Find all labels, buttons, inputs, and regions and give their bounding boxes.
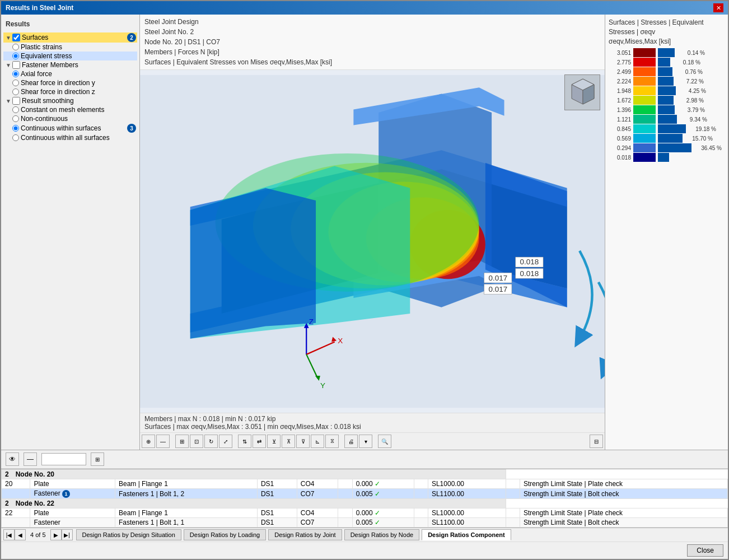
- toolbar-btn-2[interactable]: —: [156, 435, 170, 448]
- tree-item-non-continuous[interactable]: Non-continuous: [3, 114, 137, 123]
- expand-smoothing-icon[interactable]: ▼: [4, 98, 12, 104]
- close-button[interactable]: Close: [687, 544, 723, 557]
- toolbar-btn-12[interactable]: ⊾: [311, 435, 324, 448]
- plastic-strains-radio[interactable]: [12, 44, 19, 50]
- surfaces-checkbox[interactable]: [12, 34, 20, 41]
- table-row[interactable]: 22PlateBeam | Flange 1DS1CO40.000 ✓SL100…: [2, 508, 728, 518]
- tab-last-button[interactable]: ▶|: [62, 529, 73, 540]
- shear-z-radio[interactable]: [12, 88, 19, 95]
- legend-pct-10: 36.45 %: [694, 145, 722, 151]
- legend-pct-8: 19.18 %: [688, 126, 716, 132]
- legend-value-8: 0.845: [609, 126, 631, 132]
- toolbar-btn-14[interactable]: 🖨: [344, 435, 358, 448]
- table-row[interactable]: 20PlateBeam | Flange 1DS1CO40.000 ✓SL100…: [2, 479, 728, 489]
- viewport-3d[interactable]: 0.018 0.018 0.017 0.017: [140, 70, 605, 413]
- fastener-members-checkbox[interactable]: [12, 61, 20, 69]
- legend-bar-10: [658, 143, 691, 152]
- legend-color-10: [633, 143, 656, 152]
- constant-radio[interactable]: [12, 106, 19, 113]
- expand-surfaces-icon[interactable]: ▼: [4, 35, 12, 41]
- node-number-0: 2: [5, 470, 9, 478]
- legend-bar-0: [658, 48, 675, 57]
- tree-item-fastener-members[interactable]: ▼ Fastener Members: [3, 60, 137, 69]
- legend-bar-2: [658, 67, 672, 76]
- toolbar-btn-6[interactable]: ⤢: [219, 435, 232, 448]
- table-cell-1-1-9: [506, 518, 520, 528]
- equivalent-stress-radio[interactable]: [12, 53, 19, 59]
- legend-value-6: 1.396: [609, 107, 631, 113]
- tree-item-axial-force[interactable]: Axial force: [3, 69, 137, 78]
- eye-button[interactable]: 👁: [6, 452, 19, 466]
- toolbar-btn-7[interactable]: ⇅: [238, 435, 251, 448]
- table-btn[interactable]: ⊞: [91, 452, 104, 466]
- table-cell-0-1-4: CO7: [297, 489, 338, 499]
- legend-color-4: [633, 86, 656, 95]
- table-cell-1-1-8: SL1100.00: [428, 518, 506, 528]
- toolbar-btn-4[interactable]: ⊡: [190, 435, 203, 448]
- toolbar-btn-1[interactable]: ⊕: [142, 435, 155, 448]
- legend-bar-8: [658, 124, 686, 133]
- toolbar-btn-11[interactable]: ⊽: [296, 435, 310, 448]
- legend-item-4: 1.9484.25 %: [609, 86, 725, 95]
- tab-4[interactable]: Design Ratios Component: [422, 529, 511, 540]
- table-cell-1-0-7: [414, 508, 428, 518]
- tab-3[interactable]: Design Ratios by Node: [344, 529, 420, 540]
- info-line2: Steel Joint No. 2: [144, 27, 600, 37]
- tab-next-button[interactable]: ▶: [50, 529, 62, 540]
- toolbar-btn-dropdown[interactable]: ▾: [359, 435, 372, 448]
- continuous-all-radio[interactable]: [12, 134, 19, 141]
- toolbar-btn-search[interactable]: 🔍: [378, 435, 391, 448]
- tree-item-plastic-strains[interactable]: Plastic strains: [3, 43, 137, 52]
- surfaces-label: Surfaces: [22, 34, 125, 41]
- tab-2[interactable]: Design Ratios by Joint: [268, 529, 342, 540]
- tree-item-constant[interactable]: Constant on mesh elements: [3, 105, 137, 114]
- fastener-members-label: Fastener Members: [22, 61, 136, 69]
- svg-text:0.017: 0.017: [489, 274, 508, 282]
- viewport-info: Steel Joint Design Steel Joint No. 2 Nod…: [140, 15, 605, 70]
- tab-first-button[interactable]: |◀: [3, 529, 15, 540]
- tree-item-equivalent-stress[interactable]: Equivalent stress: [3, 52, 137, 60]
- legend-pct-2: 0.76 %: [675, 69, 703, 75]
- toolbar-btn-3[interactable]: ⊞: [175, 435, 189, 448]
- expand-fastener-icon[interactable]: ▼: [4, 62, 12, 68]
- tree-item-continuous-all[interactable]: Continuous within all surfaces: [3, 133, 137, 142]
- legend-pct-0: 0.14 %: [677, 50, 705, 56]
- table-container: 2Node No. 2020PlateBeam | Flange 1DS1CO4…: [1, 469, 728, 528]
- toolbar-btn-13[interactable]: ⧖: [325, 435, 339, 448]
- non-continuous-radio[interactable]: [12, 115, 19, 122]
- tab-prev-button[interactable]: ◀: [15, 529, 26, 540]
- tab-0[interactable]: Design Ratios by Design Situation: [76, 529, 181, 540]
- toolbar-btn-9[interactable]: ⊻: [267, 435, 281, 448]
- svg-text:Z: Z: [309, 318, 314, 326]
- tree-item-surfaces[interactable]: ▼ Surfaces 2: [3, 32, 137, 43]
- legend-item-0: 3.0510.14 %: [609, 48, 725, 57]
- axial-force-label: Axial force: [21, 70, 136, 78]
- axial-force-radio[interactable]: [12, 71, 19, 77]
- tab-1[interactable]: Design Ratios by Loading: [184, 529, 266, 540]
- smoothing-checkbox[interactable]: [12, 97, 20, 105]
- tree-item-continuous-within[interactable]: Continuous within surfaces 3: [3, 123, 137, 133]
- info-line3: Node No. 20 | DS1 | CO7: [144, 37, 600, 47]
- toolbar-btn-right[interactable]: ⊟: [590, 435, 603, 448]
- toolbar-btn-10[interactable]: ⊼: [282, 435, 295, 448]
- legend-pct-7: 9.34 %: [679, 116, 707, 123]
- tree-item-result-smoothing[interactable]: ▼ Result smoothing: [3, 96, 137, 105]
- table-cell-0-1-2: Fasteners 1 | Bolt 1, 2: [115, 489, 257, 499]
- tree-item-shear-y[interactable]: Shear force in direction y: [3, 78, 137, 87]
- toolbar-btn-5[interactable]: ↻: [204, 435, 218, 448]
- legend-bar-4: [658, 86, 676, 95]
- legend-color-11: [633, 153, 656, 162]
- minus-button[interactable]: —: [24, 452, 37, 466]
- toolbar-btn-8[interactable]: ⇄: [253, 435, 266, 448]
- continuous-within-radio[interactable]: [12, 125, 19, 132]
- tree-item-shear-z[interactable]: Shear force in direction z: [3, 87, 137, 96]
- legend-item-9: 0.56915.70 %: [609, 134, 725, 143]
- legend-pct-5: 2.98 %: [676, 97, 704, 104]
- search-input[interactable]: [41, 453, 86, 465]
- shear-y-radio[interactable]: [12, 80, 19, 86]
- table-row[interactable]: Fastener 1Fasteners 1 | Bolt 1, 2DS1CO70…: [2, 489, 728, 499]
- close-row: Close: [1, 542, 728, 559]
- right-legend-panel: Surfaces | Stresses | Equivalent Stresse…: [605, 15, 728, 450]
- table-row[interactable]: FastenerFasteners 1 | Bolt 1, 1DS1CO70.0…: [2, 518, 728, 528]
- close-window-button[interactable]: ✕: [713, 3, 723, 12]
